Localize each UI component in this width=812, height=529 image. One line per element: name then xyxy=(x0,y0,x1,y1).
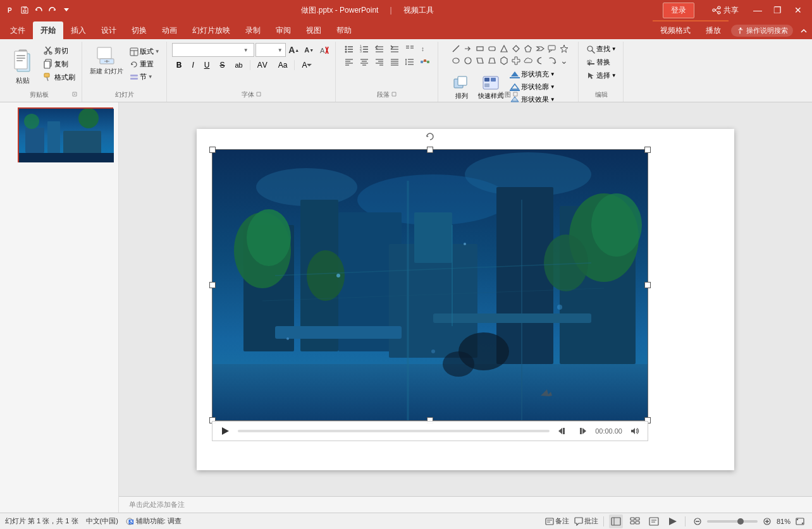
tab-transitions[interactable]: 切换 xyxy=(124,21,154,39)
handle-ml[interactable] xyxy=(209,282,216,288)
cut-button[interactable]: 剪切 xyxy=(40,44,78,57)
minimize-button[interactable]: — xyxy=(749,1,766,19)
drawing-expand-btn[interactable] xyxy=(512,90,519,99)
slide-thumbnail[interactable] xyxy=(18,107,113,162)
close-button[interactable]: ✕ xyxy=(789,1,807,19)
login-button[interactable]: 登录 xyxy=(663,3,694,18)
zoom-out-btn[interactable] xyxy=(691,514,704,528)
save-quick-btn[interactable] xyxy=(19,4,30,16)
paragraph-expand-btn[interactable] xyxy=(391,90,397,99)
customize-quick-btn[interactable] xyxy=(61,4,72,16)
tab-design[interactable]: 设计 xyxy=(94,21,124,39)
font-size-box[interactable]: 32 ▼ xyxy=(255,43,286,57)
strikethrough-button[interactable]: S xyxy=(215,59,229,71)
tab-review[interactable]: 审阅 xyxy=(268,21,298,39)
underline-button[interactable]: U xyxy=(200,59,214,71)
handle-tr[interactable] xyxy=(644,147,651,153)
align-center-button[interactable] xyxy=(357,56,371,68)
zoom-slider[interactable] xyxy=(707,520,758,523)
shape-more[interactable]: ⌄ xyxy=(557,55,571,66)
zoom-thumb[interactable] xyxy=(737,518,744,525)
increase-indent-button[interactable] xyxy=(388,43,402,54)
font-name-input[interactable] xyxy=(173,46,242,54)
clear-format-button[interactable]: A xyxy=(317,44,331,56)
paste-button[interactable]: 粘贴 xyxy=(6,43,39,87)
slides-group: 新建 幻灯片 版式 ▼ 重置 节 ▼ 幻灯片 xyxy=(83,42,167,102)
bold-button[interactable]: B xyxy=(172,59,187,71)
decrease-indent-button[interactable] xyxy=(372,43,386,54)
volume-button[interactable] xyxy=(627,423,643,439)
section-button[interactable]: 节 ▼ xyxy=(127,71,163,83)
shape-fill-button[interactable]: 形状填充 ▼ xyxy=(507,68,558,80)
justify-button[interactable] xyxy=(388,56,402,68)
prev-frame-button[interactable] xyxy=(555,423,570,439)
rotate-handle[interactable] xyxy=(425,131,435,142)
slide-sorter-btn[interactable] xyxy=(628,514,642,528)
notes-bar[interactable]: 单击此处添加备注 xyxy=(119,496,812,513)
accessibility-search[interactable]: 操作说明搜索 xyxy=(731,25,793,37)
replace-button[interactable]: ab 替换 xyxy=(584,56,613,68)
find-button[interactable]: 查找 ▼ xyxy=(584,43,619,55)
new-slide-button[interactable]: 新建 幻灯片 xyxy=(87,43,126,77)
reading-view-btn[interactable] xyxy=(647,514,661,528)
zoom-level-btn[interactable]: 81% xyxy=(777,518,790,525)
all-caps-button[interactable]: Aa xyxy=(274,59,292,71)
select-button[interactable]: 选择 ▼ xyxy=(584,70,619,82)
char-spacing-button[interactable]: AV xyxy=(253,59,273,71)
handle-tm[interactable] xyxy=(427,147,433,153)
zoom-in-btn[interactable] xyxy=(760,514,774,528)
decrease-font-button[interactable]: A ▼ xyxy=(302,44,316,56)
font-name-dropdown-arrow[interactable]: ▼ xyxy=(242,47,250,53)
font-size-dropdown-arrow[interactable]: ▼ xyxy=(278,47,283,53)
font-expand-btn[interactable] xyxy=(255,90,262,99)
tab-help[interactable]: 帮助 xyxy=(329,21,359,39)
text-shadow-button[interactable]: ab xyxy=(230,59,247,71)
tab-animations[interactable]: 动画 xyxy=(154,21,185,39)
comments-btn[interactable]: 批注 xyxy=(574,516,598,526)
tab-playback[interactable]: 播放 xyxy=(698,21,729,39)
video-element[interactable]: 00:00.00 xyxy=(212,149,648,421)
svg-line-86 xyxy=(423,61,424,62)
normal-view-btn[interactable] xyxy=(609,514,623,528)
copy-button[interactable]: 复制 xyxy=(40,58,78,70)
collapse-ribbon-btn[interactable] xyxy=(798,25,809,37)
tab-home[interactable]: 开始 xyxy=(33,21,63,39)
play-button[interactable] xyxy=(218,423,233,439)
smart-art-button[interactable] xyxy=(418,56,432,68)
shape-star[interactable] xyxy=(557,43,571,54)
font-size-input[interactable]: 32 xyxy=(256,46,278,54)
restore-button[interactable]: ❐ xyxy=(769,1,787,19)
clipboard-expand-btn[interactable] xyxy=(71,90,78,99)
tab-record[interactable]: 录制 xyxy=(238,21,268,39)
align-right-button[interactable] xyxy=(372,56,386,68)
bullets-button[interactable] xyxy=(342,43,356,54)
text-direction-button[interactable]: ↕ xyxy=(418,43,432,54)
progress-bar[interactable] xyxy=(238,430,550,432)
increase-font-button[interactable]: A ▲ xyxy=(287,44,301,56)
share-button[interactable]: 共享 xyxy=(712,5,739,16)
reset-button[interactable]: 重置 xyxy=(127,58,163,70)
numbering-button[interactable]: 1.2.3. xyxy=(357,43,371,54)
slideshow-btn[interactable] xyxy=(666,514,680,528)
next-frame-button[interactable] xyxy=(575,423,590,439)
font-name-box[interactable]: ▼ xyxy=(172,43,254,57)
redo-quick-btn[interactable] xyxy=(47,4,58,16)
accessibility-check[interactable]: ♿ 辅助功能: 调查 xyxy=(126,516,181,526)
fit-window-btn[interactable] xyxy=(793,514,807,528)
undo-quick-btn[interactable] xyxy=(33,4,44,16)
handle-mr[interactable] xyxy=(644,282,651,288)
italic-button[interactable]: I xyxy=(187,59,198,71)
tab-insert[interactable]: 插入 xyxy=(63,21,94,39)
column-button[interactable] xyxy=(403,43,417,54)
align-left-button[interactable] xyxy=(342,56,356,68)
tab-view[interactable]: 视图 xyxy=(298,21,329,39)
notes-btn[interactable]: 备注 xyxy=(545,516,569,526)
tab-video-format[interactable]: 视频格式 xyxy=(653,21,698,39)
font-color-button[interactable]: A xyxy=(297,59,316,71)
handle-tl[interactable] xyxy=(209,147,216,153)
format-painter-button[interactable]: 格式刷 xyxy=(40,71,78,83)
layout-button[interactable]: 版式 ▼ xyxy=(127,46,163,58)
tab-slideshow[interactable]: 幻灯片放映 xyxy=(185,21,238,39)
line-spacing-button[interactable] xyxy=(403,56,417,68)
tab-file[interactable]: 文件 xyxy=(3,21,33,39)
